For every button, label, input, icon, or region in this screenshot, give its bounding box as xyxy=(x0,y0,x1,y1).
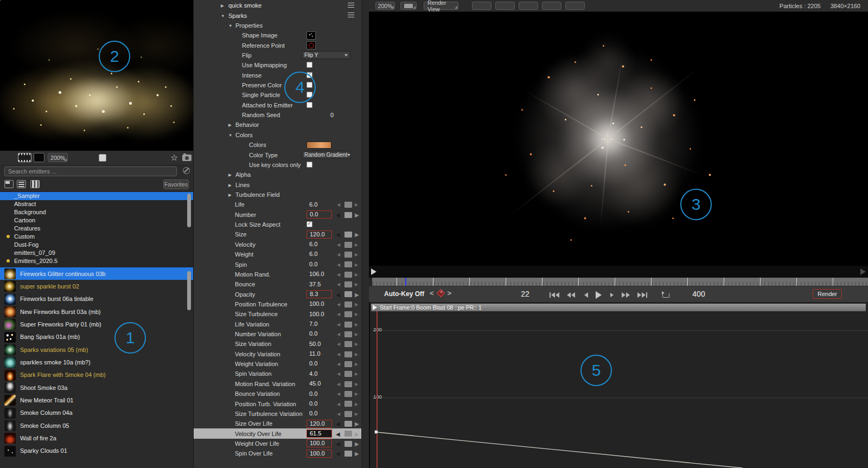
slider-handle-box[interactable] xyxy=(344,361,352,367)
decrement-arrow-icon[interactable]: ◀ xyxy=(337,401,340,406)
slider-handle-box[interactable] xyxy=(344,291,352,297)
slider-handle-box[interactable] xyxy=(344,242,352,248)
property-value-field[interactable]: 61.5 xyxy=(307,429,332,438)
property-row[interactable]: Weight Over Life 100.0 100.0 100.0 ◀ ▶ xyxy=(194,439,362,448)
property-row[interactable]: Bounce Variation 0.0 0.0 0.0 ◀ ▶ xyxy=(194,389,362,399)
next-key-icon[interactable]: > xyxy=(448,289,452,297)
property-row[interactable]: Flip Flip Y Flip Y Flip Y ◀ ▶ xyxy=(194,50,362,60)
increment-arrow-icon[interactable]: ▶ xyxy=(355,401,358,406)
property-row[interactable]: Behavior ◀ ▶ xyxy=(194,120,362,130)
slider-handle-box[interactable] xyxy=(344,351,352,357)
expander-triangle-icon[interactable] xyxy=(228,132,232,137)
skip-to-end-button[interactable] xyxy=(637,292,647,298)
slider-handle-box[interactable] xyxy=(344,331,352,337)
library-list-item[interactable]: Cartoon xyxy=(0,216,193,225)
color-gradient-swatch[interactable] xyxy=(307,142,331,149)
emitter-list-item[interactable]: Smoke Column 04a xyxy=(0,407,193,419)
increment-arrow-icon[interactable]: ▶ xyxy=(355,440,359,446)
viewport-zoom-dropdown[interactable]: 200% xyxy=(375,2,395,10)
property-row[interactable]: Size 120.0 120.0 120.0 ◀ ▶ xyxy=(194,229,362,239)
add-key-diamond-icon[interactable] xyxy=(436,289,445,298)
property-value-field[interactable]: 0.0 xyxy=(307,390,332,398)
property-row[interactable]: Lock Size Aspect ◀ ▶ xyxy=(194,220,362,229)
slider-handle-box[interactable] xyxy=(344,411,352,417)
render-button[interactable]: Render xyxy=(813,289,842,299)
slider-handle-box[interactable] xyxy=(344,341,352,347)
shape-image-swatch[interactable] xyxy=(307,31,316,40)
fast-forward-button[interactable] xyxy=(622,292,630,298)
slider-handle-box[interactable] xyxy=(344,261,352,267)
increment-arrow-icon[interactable]: ▶ xyxy=(355,202,358,207)
expander-triangle-icon[interactable] xyxy=(228,23,232,28)
property-value-field[interactable]: 0.0 xyxy=(307,360,332,368)
loop-toggle-icon[interactable] xyxy=(662,293,669,298)
property-row[interactable]: Use key colors only ◀ ▶ xyxy=(194,160,362,170)
property-row[interactable]: Single Particle ◀ ▶ xyxy=(194,90,362,100)
increment-arrow-icon[interactable]: ▶ xyxy=(355,211,359,217)
property-row[interactable]: Turbulence Field ◀ ▶ xyxy=(194,190,362,200)
slider-handle-box[interactable] xyxy=(344,451,352,457)
property-row[interactable]: Velocity Variation 11.0 11.0 11.0 ◀ ▶ xyxy=(194,349,362,359)
slider-handle-box[interactable] xyxy=(344,391,352,397)
property-row[interactable]: quick smoke ◀ ▶ xyxy=(194,1,362,10)
node-menu-icon[interactable] xyxy=(348,12,354,18)
property-value-field[interactable]: 7.0 xyxy=(307,320,332,328)
library-list-item[interactable]: Creatures xyxy=(0,225,193,233)
autokey-toggle[interactable]: Auto-Key Off xyxy=(384,290,424,298)
decrement-arrow-icon[interactable]: ◀ xyxy=(337,322,340,326)
property-value-field[interactable]: 6.0 xyxy=(307,201,332,209)
emitter-crosshair-icon[interactable] xyxy=(604,136,611,143)
range-end-triangle-icon[interactable] xyxy=(860,268,866,275)
node-menu-icon[interactable] xyxy=(348,3,354,8)
property-value-field[interactable]: 100.0 xyxy=(307,439,332,447)
property-value-field[interactable]: 50.0 xyxy=(307,340,332,348)
property-row[interactable]: Preserve Color ◀ ▶ xyxy=(194,80,362,90)
slider-handle-box[interactable] xyxy=(344,252,352,258)
current-frame-value[interactable]: 22 xyxy=(509,290,541,298)
decrement-arrow-icon[interactable]: ◀ xyxy=(337,272,340,277)
property-value-field[interactable]: 120.0 xyxy=(307,420,332,428)
property-row[interactable]: Position Turbulence 100.0 100.0 100.0 ◀ … xyxy=(194,299,362,309)
property-value-field[interactable]: 100.0 xyxy=(307,300,332,308)
increment-arrow-icon[interactable]: ▶ xyxy=(355,282,358,287)
property-row[interactable]: Spin 0.0 0.0 0.0 ◀ ▶ xyxy=(194,259,362,269)
render-viewport[interactable] xyxy=(369,12,868,266)
decrement-arrow-icon[interactable]: ◀ xyxy=(337,362,340,367)
play-button[interactable] xyxy=(596,291,602,299)
emitter-list-item[interactable]: Super Fireworks Party 01 (mb) xyxy=(0,318,193,330)
property-row[interactable]: Weight Variation 0.0 0.0 0.0 ◀ ▶ xyxy=(194,359,362,369)
property-value-field[interactable]: 8.3 xyxy=(307,290,332,298)
emitter-scrollbar[interactable] xyxy=(187,271,191,310)
library-list-item[interactable]: _Sampler xyxy=(0,192,193,200)
emitter-list-item[interactable]: Fireworks burst 06a tintable xyxy=(0,293,193,305)
range-start-triangle-icon[interactable] xyxy=(371,268,376,275)
end-frame-value[interactable]: 400 xyxy=(682,290,715,298)
curve-keyframe-handle[interactable] xyxy=(374,430,378,434)
decrement-arrow-icon[interactable]: ◀ xyxy=(337,282,340,287)
favorites-button[interactable]: Favorites xyxy=(163,179,189,189)
emitter-list-item[interactable]: New Meteor Trail 01 xyxy=(0,394,193,406)
property-checkbox[interactable] xyxy=(307,92,312,98)
slider-handle-box[interactable] xyxy=(344,441,352,447)
expander-triangle-icon[interactable] xyxy=(221,3,224,8)
property-value-field[interactable]: 106.0 xyxy=(307,270,332,278)
increment-arrow-icon[interactable]: ▶ xyxy=(355,252,358,257)
property-row[interactable]: Lines ◀ ▶ xyxy=(194,179,362,189)
property-row[interactable]: Life 6.0 6.0 6.0 ◀ ▶ xyxy=(194,200,362,209)
reference-point-swatch[interactable] xyxy=(307,41,316,49)
property-value-field[interactable]: 4.0 xyxy=(307,370,332,378)
emitter-list-item[interactable]: New Fireworks Burst 03a (mb) xyxy=(0,305,193,318)
decrement-arrow-icon[interactable]: ◀ xyxy=(337,242,340,247)
slider-handle-box[interactable] xyxy=(344,281,352,287)
decrement-arrow-icon[interactable]: ◀ xyxy=(337,381,340,386)
emitter-list-item[interactable]: super sparkle burst 02 xyxy=(0,280,193,292)
property-row[interactable]: Size Turbulence Variation 0.0 0.0 0.0 ◀ … xyxy=(194,409,362,419)
slider-handle-box[interactable] xyxy=(344,302,352,307)
clear-search-icon[interactable] xyxy=(183,167,190,174)
library-list-item[interactable]: Abstract xyxy=(0,200,193,208)
property-row[interactable]: Opacity 8.3 8.3 8.3 ◀ ▶ xyxy=(194,289,362,299)
property-row[interactable]: Weight 6.0 6.0 6.0 ◀ ▶ xyxy=(194,249,362,259)
increment-arrow-icon[interactable]: ▶ xyxy=(355,232,359,238)
viewport-toggle-button[interactable] xyxy=(519,2,538,10)
increment-arrow-icon[interactable]: ▶ xyxy=(355,302,358,306)
